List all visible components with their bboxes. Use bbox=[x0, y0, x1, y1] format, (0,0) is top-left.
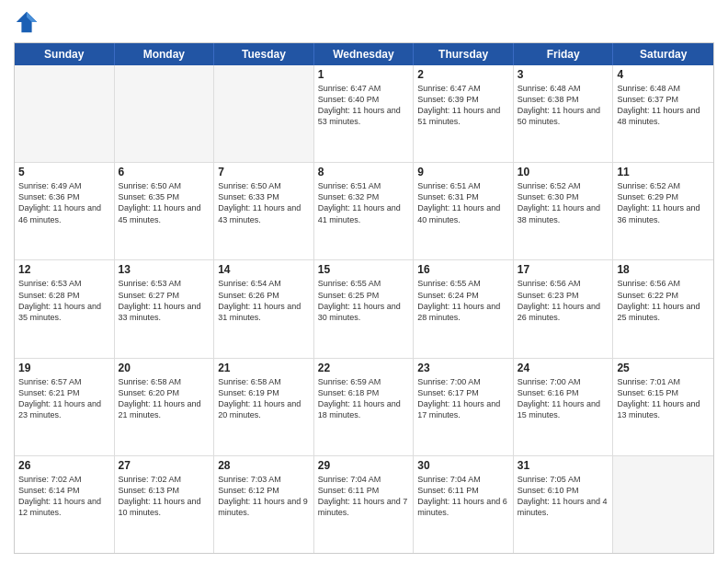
day-info: Sunrise: 7:04 AM Sunset: 6:11 PM Dayligh… bbox=[417, 475, 507, 517]
day-number: 16 bbox=[417, 263, 509, 276]
day-number: 14 bbox=[218, 263, 310, 276]
calendar-cell-21: 21Sunrise: 6:58 AM Sunset: 6:19 PM Dayli… bbox=[214, 359, 314, 455]
day-number: 8 bbox=[318, 166, 410, 178]
calendar-cell-24: 24Sunrise: 7:00 AM Sunset: 6:16 PM Dayli… bbox=[514, 359, 614, 455]
calendar-cell-2: 2Sunrise: 6:47 AM Sunset: 6:39 PM Daylig… bbox=[414, 65, 514, 162]
day-info: Sunrise: 6:48 AM Sunset: 6:38 PM Dayligh… bbox=[518, 84, 600, 126]
day-number: 10 bbox=[518, 166, 609, 178]
calendar-cell-10: 10Sunrise: 6:52 AM Sunset: 6:30 PM Dayli… bbox=[514, 163, 614, 259]
day-number: 19 bbox=[18, 362, 110, 374]
calendar-cell-20: 20Sunrise: 6:58 AM Sunset: 6:20 PM Dayli… bbox=[115, 359, 215, 455]
header-day-sunday: Sunday bbox=[15, 43, 115, 65]
calendar-cell-6: 6Sunrise: 6:50 AM Sunset: 6:35 PM Daylig… bbox=[115, 163, 215, 259]
day-info: Sunrise: 7:00 AM Sunset: 6:16 PM Dayligh… bbox=[518, 377, 600, 419]
day-number: 29 bbox=[318, 459, 410, 472]
day-info: Sunrise: 6:47 AM Sunset: 6:39 PM Dayligh… bbox=[417, 84, 500, 126]
day-info: Sunrise: 7:04 AM Sunset: 6:11 PM Dayligh… bbox=[318, 475, 408, 517]
day-info: Sunrise: 6:59 AM Sunset: 6:18 PM Dayligh… bbox=[318, 377, 401, 419]
day-number: 24 bbox=[518, 362, 609, 374]
logo-icon bbox=[14, 9, 40, 35]
calendar-cell-28: 28Sunrise: 7:03 AM Sunset: 6:12 PM Dayli… bbox=[214, 456, 314, 553]
calendar-header: SundayMondayTuesdayWednesdayThursdayFrid… bbox=[15, 43, 713, 65]
logo bbox=[14, 9, 43, 35]
day-info: Sunrise: 6:58 AM Sunset: 6:20 PM Dayligh… bbox=[119, 377, 201, 419]
day-info: Sunrise: 6:54 AM Sunset: 6:26 PM Dayligh… bbox=[218, 279, 301, 321]
day-number: 12 bbox=[18, 263, 110, 276]
day-number: 17 bbox=[518, 263, 609, 276]
day-number: 5 bbox=[18, 166, 110, 178]
day-number: 27 bbox=[119, 459, 210, 472]
day-number: 31 bbox=[518, 459, 609, 472]
calendar-row-0: 1Sunrise: 6:47 AM Sunset: 6:40 PM Daylig… bbox=[15, 65, 713, 162]
day-info: Sunrise: 6:57 AM Sunset: 6:21 PM Dayligh… bbox=[18, 377, 101, 419]
calendar-cell-9: 9Sunrise: 6:51 AM Sunset: 6:31 PM Daylig… bbox=[414, 163, 514, 259]
calendar-cell-empty bbox=[115, 65, 215, 162]
day-info: Sunrise: 6:55 AM Sunset: 6:25 PM Dayligh… bbox=[318, 279, 401, 321]
calendar-cell-1: 1Sunrise: 6:47 AM Sunset: 6:40 PM Daylig… bbox=[314, 65, 415, 162]
header-day-thursday: Thursday bbox=[414, 43, 514, 65]
calendar-cell-25: 25Sunrise: 7:01 AM Sunset: 6:15 PM Dayli… bbox=[613, 359, 713, 455]
calendar-cell-16: 16Sunrise: 6:55 AM Sunset: 6:24 PM Dayli… bbox=[414, 260, 514, 357]
calendar: SundayMondayTuesdayWednesdayThursdayFrid… bbox=[14, 42, 714, 554]
calendar-cell-3: 3Sunrise: 6:48 AM Sunset: 6:38 PM Daylig… bbox=[514, 65, 614, 162]
calendar-cell-14: 14Sunrise: 6:54 AM Sunset: 6:26 PM Dayli… bbox=[214, 260, 314, 357]
calendar-cell-8: 8Sunrise: 6:51 AM Sunset: 6:32 PM Daylig… bbox=[314, 163, 415, 259]
calendar-cell-empty bbox=[613, 456, 713, 553]
day-info: Sunrise: 7:00 AM Sunset: 6:17 PM Dayligh… bbox=[417, 377, 500, 419]
day-info: Sunrise: 7:02 AM Sunset: 6:14 PM Dayligh… bbox=[18, 475, 101, 517]
calendar-cell-29: 29Sunrise: 7:04 AM Sunset: 6:11 PM Dayli… bbox=[314, 456, 415, 553]
day-number: 26 bbox=[18, 459, 110, 472]
day-info: Sunrise: 7:05 AM Sunset: 6:10 PM Dayligh… bbox=[518, 475, 608, 517]
day-info: Sunrise: 6:50 AM Sunset: 6:35 PM Dayligh… bbox=[119, 181, 201, 224]
day-info: Sunrise: 7:01 AM Sunset: 6:15 PM Dayligh… bbox=[617, 377, 700, 419]
day-info: Sunrise: 6:48 AM Sunset: 6:37 PM Dayligh… bbox=[617, 84, 700, 126]
day-number: 23 bbox=[417, 362, 509, 374]
day-info: Sunrise: 6:50 AM Sunset: 6:33 PM Dayligh… bbox=[218, 181, 301, 224]
day-info: Sunrise: 6:52 AM Sunset: 6:29 PM Dayligh… bbox=[617, 181, 700, 224]
header-day-saturday: Saturday bbox=[613, 43, 713, 65]
day-info: Sunrise: 7:02 AM Sunset: 6:13 PM Dayligh… bbox=[119, 475, 201, 517]
calendar-cell-12: 12Sunrise: 6:53 AM Sunset: 6:28 PM Dayli… bbox=[15, 260, 115, 357]
day-info: Sunrise: 6:51 AM Sunset: 6:31 PM Dayligh… bbox=[417, 181, 500, 224]
day-info: Sunrise: 6:47 AM Sunset: 6:40 PM Dayligh… bbox=[318, 84, 401, 126]
calendar-cell-empty bbox=[15, 65, 115, 162]
day-number: 3 bbox=[518, 68, 609, 81]
page: SundayMondayTuesdayWednesdayThursdayFrid… bbox=[0, 0, 728, 563]
calendar-row-4: 26Sunrise: 7:02 AM Sunset: 6:14 PM Dayli… bbox=[15, 455, 713, 553]
calendar-cell-23: 23Sunrise: 7:00 AM Sunset: 6:17 PM Dayli… bbox=[414, 359, 514, 455]
day-info: Sunrise: 6:49 AM Sunset: 6:36 PM Dayligh… bbox=[18, 181, 101, 224]
header-day-tuesday: Tuesday bbox=[214, 43, 314, 65]
day-number: 13 bbox=[119, 263, 210, 276]
calendar-cell-27: 27Sunrise: 7:02 AM Sunset: 6:13 PM Dayli… bbox=[115, 456, 215, 553]
day-info: Sunrise: 6:51 AM Sunset: 6:32 PM Dayligh… bbox=[318, 181, 401, 224]
day-info: Sunrise: 7:03 AM Sunset: 6:12 PM Dayligh… bbox=[218, 475, 308, 517]
calendar-row-2: 12Sunrise: 6:53 AM Sunset: 6:28 PM Dayli… bbox=[15, 259, 713, 357]
day-info: Sunrise: 6:56 AM Sunset: 6:23 PM Dayligh… bbox=[518, 279, 600, 321]
calendar-cell-7: 7Sunrise: 6:50 AM Sunset: 6:33 PM Daylig… bbox=[214, 163, 314, 259]
day-info: Sunrise: 6:58 AM Sunset: 6:19 PM Dayligh… bbox=[218, 377, 301, 419]
calendar-cell-22: 22Sunrise: 6:59 AM Sunset: 6:18 PM Dayli… bbox=[314, 359, 415, 455]
day-info: Sunrise: 6:56 AM Sunset: 6:22 PM Dayligh… bbox=[617, 279, 700, 321]
day-info: Sunrise: 6:55 AM Sunset: 6:24 PM Dayligh… bbox=[417, 279, 500, 321]
day-number: 11 bbox=[617, 166, 710, 178]
calendar-cell-31: 31Sunrise: 7:05 AM Sunset: 6:10 PM Dayli… bbox=[514, 456, 614, 553]
day-number: 4 bbox=[617, 68, 710, 81]
day-number: 7 bbox=[218, 166, 310, 178]
day-number: 30 bbox=[417, 459, 509, 472]
calendar-cell-15: 15Sunrise: 6:55 AM Sunset: 6:25 PM Dayli… bbox=[314, 260, 415, 357]
day-number: 22 bbox=[318, 362, 410, 374]
day-number: 1 bbox=[318, 68, 410, 81]
day-number: 20 bbox=[119, 362, 210, 374]
calendar-cell-13: 13Sunrise: 6:53 AM Sunset: 6:27 PM Dayli… bbox=[115, 260, 215, 357]
calendar-cell-26: 26Sunrise: 7:02 AM Sunset: 6:14 PM Dayli… bbox=[15, 456, 115, 553]
day-number: 25 bbox=[617, 362, 710, 374]
header-day-friday: Friday bbox=[514, 43, 614, 65]
calendar-cell-empty bbox=[214, 65, 314, 162]
day-number: 21 bbox=[218, 362, 310, 374]
day-number: 15 bbox=[318, 263, 410, 276]
day-info: Sunrise: 6:52 AM Sunset: 6:30 PM Dayligh… bbox=[518, 181, 600, 224]
calendar-row-1: 5Sunrise: 6:49 AM Sunset: 6:36 PM Daylig… bbox=[15, 162, 713, 259]
header bbox=[14, 9, 714, 35]
day-number: 18 bbox=[617, 263, 710, 276]
day-info: Sunrise: 6:53 AM Sunset: 6:27 PM Dayligh… bbox=[119, 279, 201, 321]
